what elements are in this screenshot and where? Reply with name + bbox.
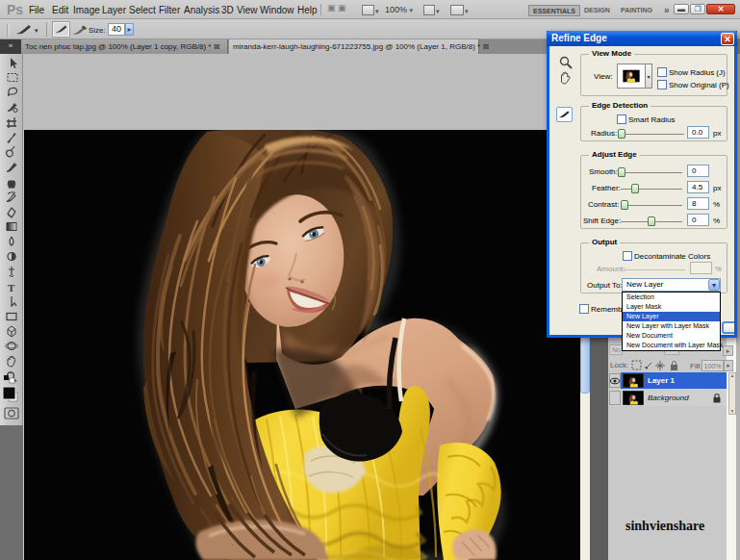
svg-text:T: T (8, 282, 15, 293)
